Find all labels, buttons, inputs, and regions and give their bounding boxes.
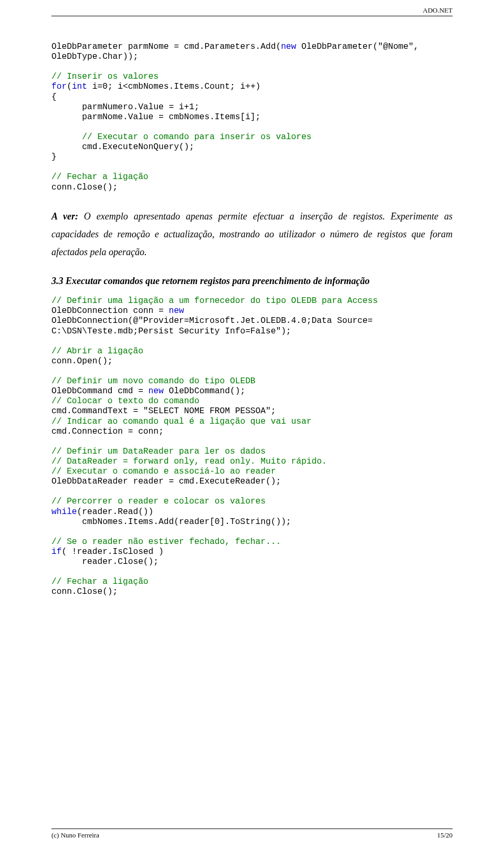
code-comment: // Fechar a ligação	[51, 172, 149, 182]
keyword-for: for	[51, 82, 67, 91]
keyword-int: int	[72, 82, 87, 91]
header-rule	[51, 16, 453, 16]
keyword-if: if	[51, 547, 61, 557]
code-comment: // Percorrer o reader e colocar os valor…	[51, 497, 266, 506]
code-block-1: OleDbParameter parmNome = cmd.Parameters…	[51, 42, 453, 193]
code-line: conn.Close();	[51, 183, 118, 192]
code-line: conn.Open();	[51, 357, 113, 366]
code-line: (	[67, 82, 72, 91]
keyword-while: while	[51, 507, 77, 517]
code-line: reader.Close();	[51, 557, 159, 567]
code-comment: // Definir uma ligação a um fornecedor d…	[51, 296, 378, 306]
footer-row: (c) Nuno Ferreira 15/20	[51, 831, 453, 840]
code-comment: // Fechar a ligação	[51, 577, 149, 586]
code-comment: // Colocar o texto do comando	[51, 396, 200, 406]
code-line: OleDbParameter parmNome = cmd.Parameters…	[51, 42, 281, 51]
string-literal: "@Nome"	[378, 42, 414, 51]
a-ver-label: A ver:	[51, 211, 78, 222]
section-title: Executar comandos que retornem registos …	[64, 276, 370, 286]
code-line: OleDbParameter(	[296, 42, 377, 51]
code-comment: // Definir um DataReader para ler os dad…	[51, 447, 266, 456]
code-line: }	[51, 152, 57, 162]
string-literal: C:\DSN\Teste.mdb;Persist Security Info=F…	[51, 327, 291, 336]
code-comment: // Executar o comando e associá-lo ao re…	[51, 467, 276, 476]
string-literal: "SELECT NOME FROM PESSOA"	[143, 406, 271, 416]
code-line: ( !reader.IsClosed )	[61, 547, 163, 557]
page: ADO.NET OleDbParameter parmNome = cmd.Pa…	[0, 0, 504, 849]
footer-author: (c) Nuno Ferreira	[51, 831, 99, 840]
code-line: ,	[414, 42, 419, 51]
code-comment: // Indicar ao comando qual é a ligação q…	[51, 417, 311, 426]
code-line: OleDbDataReader reader = cmd.ExecuteRead…	[51, 477, 281, 486]
code-line: OleDbCommand();	[164, 386, 245, 396]
code-comment: // Abrir a ligação	[51, 347, 143, 356]
code-line: cmd.CommandText =	[51, 406, 143, 416]
code-line: parmNome.Value = cmbNomes.Items[i];	[51, 112, 260, 122]
header-right: ADO.NET	[423, 6, 453, 15]
code-line: parmNumero.Value = i+1;	[51, 102, 200, 112]
code-line: conn.Close();	[51, 587, 118, 596]
code-line: OleDbType.Char));	[51, 52, 138, 61]
code-line: cmd.Connection = conn;	[51, 427, 164, 436]
code-comment: // Definir um novo comando do tipo OLEDB	[51, 376, 256, 386]
string-literal: @"Provider=Microsoft.Jet.OLEDB.4.0;Data …	[133, 316, 373, 326]
content: OleDbParameter parmNome = cmd.Parameters…	[51, 42, 453, 597]
keyword-new: new	[281, 42, 296, 51]
code-block-2: // Definir uma ligação a um fornecedor d…	[51, 296, 453, 597]
footer-page: 15/20	[437, 831, 453, 840]
code-line: OleDbCommand cmd =	[51, 386, 149, 396]
code-line: OleDbConnection(	[51, 316, 133, 326]
a-ver-paragraph: A ver: O exemplo apresentado apenas perm…	[51, 207, 453, 261]
footer: (c) Nuno Ferreira 15/20	[51, 829, 453, 840]
section-heading: 3.3 Executar comandos que retornem regis…	[51, 276, 453, 287]
section-number: 3.3	[51, 276, 64, 286]
code-line: ;	[271, 406, 276, 416]
code-comment: // Inserir os valores	[51, 72, 159, 81]
code-comment: // Se o reader não estiver fechado, fech…	[51, 537, 281, 547]
code-line: i=0; i<cmbNomes.Items.Count; i++)	[87, 82, 260, 91]
code-line: {	[51, 92, 57, 102]
code-line: OleDbConnection conn =	[51, 306, 169, 316]
code-comment: // DataReader = forward only, read only.…	[51, 457, 327, 466]
code-comment: // Executar o comando para inserir os va…	[51, 132, 311, 142]
a-ver-text: O exemplo apresentado apenas permite efe…	[51, 211, 453, 257]
footer-rule	[51, 829, 453, 829]
keyword-new: new	[169, 306, 184, 316]
keyword-new: new	[149, 386, 164, 396]
code-line: cmbNomes.Items.Add(reader[0].ToString())…	[51, 517, 291, 527]
code-line: cmd.ExecuteNonQuery();	[51, 142, 194, 152]
code-line: (reader.Read())	[77, 507, 154, 517]
